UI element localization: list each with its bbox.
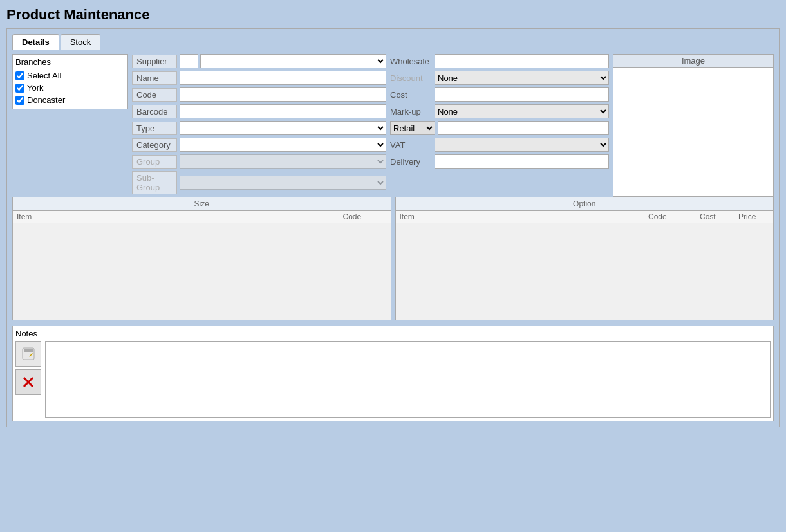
- branches-label: Branches: [15, 57, 125, 67]
- size-table-body: [13, 223, 391, 320]
- branch-item-select-all: Select All: [15, 69, 125, 82]
- notes-inner: [15, 341, 771, 418]
- type-select[interactable]: [180, 121, 386, 135]
- group-label: Group: [132, 155, 177, 169]
- image-label: Image: [613, 55, 773, 68]
- wholesale-input[interactable]: [435, 54, 609, 68]
- top-section: Branches Select All York Doncaster Suppl…: [12, 54, 774, 197]
- page-title: Product Maintenance: [6, 6, 780, 23]
- code-label: Code: [132, 88, 177, 102]
- size-table-header: Size: [13, 197, 391, 211]
- code-input[interactable]: [180, 87, 386, 102]
- subgroup-row: Sub-Group: [132, 171, 386, 194]
- size-col-item: Item: [13, 211, 339, 223]
- size-table: Size Item Code: [12, 197, 391, 320]
- vat-select[interactable]: [435, 138, 609, 152]
- notes-textarea[interactable]: [45, 341, 771, 418]
- option-col-code: Code: [644, 211, 696, 223]
- barcode-label: Barcode: [132, 105, 177, 118]
- subgroup-select[interactable]: [180, 176, 386, 190]
- size-col-code: Code: [339, 211, 391, 223]
- option-table-body: [396, 223, 774, 320]
- markup-row: Mark-up None: [390, 104, 609, 118]
- option-col-item: Item: [396, 211, 645, 223]
- branch-label-doncaster: Doncaster: [27, 95, 65, 105]
- delivery-row: Delivery: [390, 154, 609, 169]
- wholesale-row: Wholesale: [390, 54, 609, 68]
- edit-icon: [21, 347, 35, 361]
- right-form: Wholesale Discount None Cost Mark-up Non…: [390, 54, 609, 169]
- middle-form: Supplier Name Code Barcode Type: [132, 54, 386, 194]
- barcode-row: Barcode: [132, 104, 386, 118]
- tables-section: Size Item Code Option Item Code Cost Pri…: [12, 197, 774, 320]
- cost-label: Cost: [390, 90, 432, 100]
- branches-box: Branches Select All York Doncaster: [12, 54, 128, 109]
- code-row: Code: [132, 87, 386, 102]
- delivery-input[interactable]: [435, 154, 609, 169]
- vat-row: VAT: [390, 138, 609, 152]
- notes-delete-button[interactable]: [15, 369, 41, 395]
- group-select[interactable]: [180, 154, 386, 169]
- type-row: Type: [132, 121, 386, 135]
- retail-type-select[interactable]: Retail: [390, 121, 435, 135]
- option-col-headers: Item Code Cost Price: [396, 211, 774, 223]
- group-row: Group: [132, 154, 386, 169]
- wholesale-label: Wholesale: [390, 57, 432, 66]
- option-col-cost: Cost: [696, 211, 735, 223]
- discount-select[interactable]: None: [435, 71, 609, 85]
- name-row: Name: [132, 71, 386, 85]
- discount-label: Discount: [390, 73, 432, 83]
- notes-label: Notes: [15, 329, 771, 338]
- branch-checkbox-york[interactable]: [15, 84, 24, 93]
- cost-row: Cost: [390, 87, 609, 102]
- vat-label: VAT: [390, 140, 432, 150]
- subgroup-label: Sub-Group: [132, 171, 177, 194]
- retail-value-input[interactable]: £0.00: [438, 121, 609, 135]
- delivery-label: Delivery: [390, 157, 432, 167]
- category-label: Category: [132, 138, 177, 152]
- supplier-label: Supplier: [132, 55, 177, 68]
- option-col-price: Price: [735, 211, 773, 223]
- branch-checkbox-select-all[interactable]: [15, 71, 24, 80]
- delete-icon: [21, 375, 35, 389]
- image-box: Image: [613, 54, 774, 197]
- category-select[interactable]: [180, 138, 386, 152]
- supplier-code-input[interactable]: [180, 54, 198, 68]
- svg-rect-1: [24, 349, 33, 351]
- main-container: Details Stock Branches Select All York D…: [6, 28, 780, 427]
- barcode-input[interactable]: [180, 104, 386, 118]
- notes-section: Notes: [12, 326, 774, 421]
- branch-checkbox-doncaster[interactable]: [15, 96, 24, 105]
- branch-label-select-all: Select All: [27, 71, 61, 80]
- supplier-select[interactable]: [200, 54, 386, 68]
- discount-row: Discount None: [390, 71, 609, 85]
- notes-edit-button[interactable]: [15, 341, 41, 367]
- tab-details[interactable]: Details: [12, 34, 59, 50]
- option-table: Option Item Code Cost Price: [395, 197, 774, 320]
- tabs-bar: Details Stock: [12, 34, 774, 50]
- notes-buttons: [15, 341, 41, 418]
- retail-row: Retail £0.00: [390, 121, 609, 135]
- size-col-headers: Item Code: [13, 211, 391, 223]
- branch-label-york: York: [27, 83, 44, 93]
- branch-item-doncaster: Doncaster: [15, 94, 125, 106]
- option-table-header: Option: [396, 197, 774, 211]
- markup-label: Mark-up: [390, 107, 432, 116]
- tab-stock[interactable]: Stock: [61, 34, 101, 50]
- name-input[interactable]: [180, 71, 386, 85]
- branch-item-york: York: [15, 82, 125, 94]
- image-content: [613, 68, 773, 196]
- supplier-row: Supplier: [132, 54, 386, 68]
- markup-select[interactable]: None: [435, 104, 609, 118]
- svg-rect-3: [24, 353, 33, 353]
- svg-rect-2: [24, 351, 33, 352]
- category-row: Category: [132, 138, 386, 152]
- type-label: Type: [132, 122, 177, 135]
- cost-input[interactable]: [435, 87, 609, 102]
- name-label: Name: [132, 71, 177, 85]
